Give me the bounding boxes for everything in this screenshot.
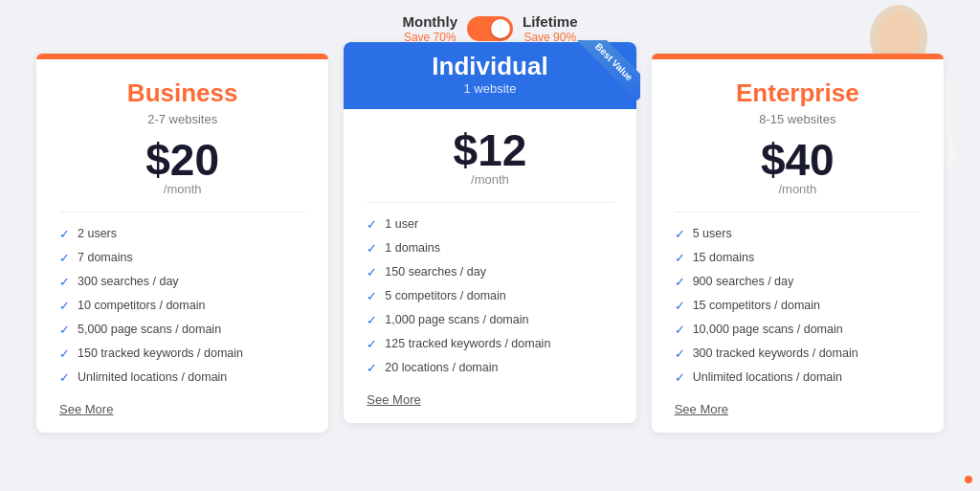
check-icon: ✓ — [367, 337, 377, 353]
monthly-label: Monthly — [402, 13, 457, 31]
business-subtitle: 2-7 websites — [59, 112, 305, 126]
list-item: ✓Unlimited locations / domain — [59, 369, 305, 387]
individual-card-inner: $12 /month ✓1 user ✓1 domains ✓150 searc… — [344, 109, 635, 422]
check-icon: ✓ — [675, 370, 685, 387]
toggle-knob — [491, 19, 510, 38]
check-icon: ✓ — [59, 323, 70, 339]
business-divider — [59, 212, 305, 212]
business-price: $20 — [59, 138, 305, 182]
list-item: ✓Unlimited locations / domain — [675, 369, 921, 387]
list-item: ✓5,000 page scans / domain — [59, 322, 305, 339]
business-card-inner: Business 2-7 websites $20 /month ✓2 user… — [36, 59, 328, 432]
check-icon: ✓ — [367, 241, 377, 257]
enterprise-subtitle: 8-15 websites — [675, 112, 921, 126]
individual-plan-card: Best Value Individual 1 website $12 /mon… — [344, 42, 635, 422]
check-icon: ✓ — [675, 299, 685, 315]
individual-divider — [367, 202, 612, 203]
list-item: ✓300 searches / day — [59, 274, 305, 291]
list-item: ✓1 domains — [367, 240, 612, 257]
monthly-save: Save 70% — [404, 31, 457, 44]
list-item: ✓10 competitors / domain — [59, 298, 305, 315]
enterprise-plan-card: Enterprise 8-15 websites $40 /month ✓5 u… — [652, 54, 944, 432]
check-icon: ✓ — [675, 227, 685, 243]
enterprise-period: /month — [675, 182, 921, 196]
check-icon: ✓ — [59, 299, 70, 315]
enterprise-plan-name: Enterprise — [675, 78, 921, 108]
check-icon: ✓ — [367, 265, 377, 281]
enterprise-features: ✓5 users ✓15 domains ✓900 searches / day… — [675, 226, 921, 386]
check-icon: ✓ — [675, 251, 685, 267]
business-see-more[interactable]: See More — [59, 402, 113, 416]
check-icon: ✓ — [367, 361, 377, 377]
check-icon: ✓ — [59, 275, 70, 291]
list-item: ✓1,000 page scans / domain — [367, 312, 612, 329]
orange-dot-button[interactable] — [965, 476, 972, 483]
enterprise-card-inner: Enterprise 8-15 websites $40 /month ✓5 u… — [652, 59, 944, 432]
list-item: ✓5 users — [675, 226, 921, 243]
list-item: ✓2 users — [59, 226, 305, 243]
lifetime-label: Lifetime — [523, 13, 578, 31]
check-icon: ✓ — [675, 275, 685, 291]
check-icon: ✓ — [367, 289, 377, 305]
billing-toggle-switch[interactable] — [467, 16, 513, 41]
enterprise-price: $40 — [675, 138, 921, 182]
business-plan-name: Business — [59, 78, 305, 108]
individual-period: /month — [367, 172, 612, 187]
check-icon: ✓ — [59, 370, 70, 387]
enterprise-divider — [675, 212, 921, 212]
list-item: ✓7 domains — [59, 250, 305, 267]
billing-toggle-area: Monthly Save 70% Lifetime Save 90% — [0, 0, 980, 54]
check-icon: ✓ — [367, 313, 377, 329]
list-item: ✓15 domains — [675, 250, 921, 267]
list-item: ✓300 tracked keywords / domain — [675, 346, 921, 363]
list-item: ✓150 tracked keywords / domain — [59, 346, 305, 363]
list-item: ✓1 user — [367, 216, 612, 234]
list-item: ✓15 competitors / domain — [675, 298, 921, 315]
list-item: ✓150 searches / day — [367, 264, 612, 281]
individual-see-more[interactable]: See More — [367, 392, 420, 407]
lifetime-option: Lifetime Save 90% — [523, 13, 578, 44]
check-icon: ✓ — [675, 346, 685, 363]
check-icon: ✓ — [675, 323, 685, 339]
cards-container: Business 2-7 websites $20 /month ✓2 user… — [0, 54, 980, 432]
enterprise-see-more[interactable]: See More — [675, 402, 728, 416]
monthly-option: Monthly Save 70% — [402, 13, 457, 44]
check-icon: ✓ — [367, 217, 377, 234]
individual-features: ✓1 user ✓1 domains ✓150 searches / day ✓… — [367, 216, 612, 376]
business-period: /month — [59, 182, 305, 196]
business-features: ✓2 users ✓7 domains ✓300 searches / day … — [59, 226, 305, 386]
page-wrapper: Monthly Save 70% Lifetime Save 90% Busin… — [0, 0, 980, 491]
lifetime-save: Save 90% — [523, 31, 576, 44]
list-item: ✓10,000 page scans / domain — [675, 322, 921, 339]
list-item: ✓125 tracked keywords / domain — [367, 336, 612, 353]
individual-price: $12 — [367, 128, 612, 172]
business-plan-card: Business 2-7 websites $20 /month ✓2 user… — [36, 54, 328, 432]
check-icon: ✓ — [59, 346, 70, 363]
list-item: ✓5 competitors / domain — [367, 288, 612, 305]
check-icon: ✓ — [59, 251, 70, 267]
check-icon: ✓ — [59, 227, 70, 243]
list-item: ✓20 locations / domain — [367, 360, 612, 377]
list-item: ✓900 searches / day — [675, 274, 921, 291]
